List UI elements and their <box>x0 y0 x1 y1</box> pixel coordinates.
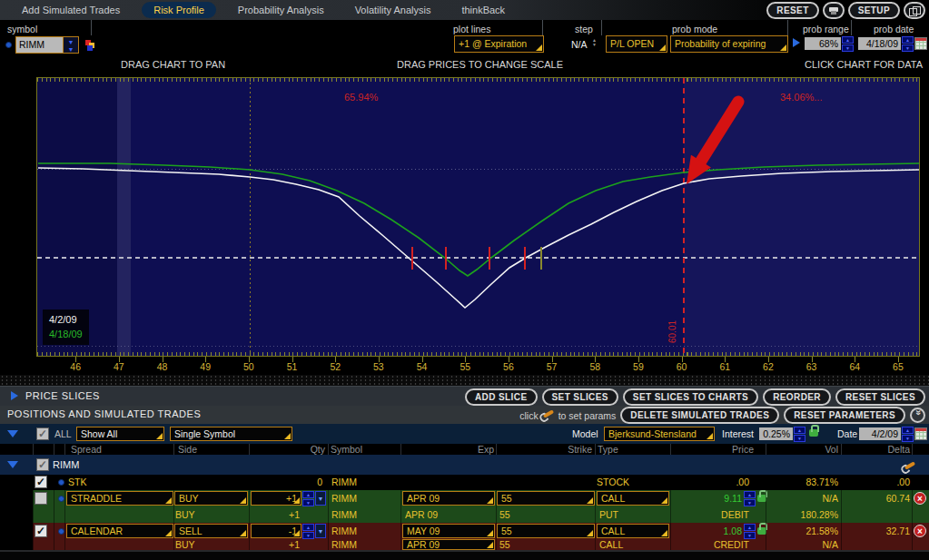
symbol-group-row[interactable]: ✓ RIMM <box>0 455 929 475</box>
cell-strike: 55 <box>499 509 510 520</box>
x-axis-label: 60 <box>668 361 696 372</box>
interest-spinner[interactable]: ▲▼ <box>794 427 805 442</box>
wrench-icon[interactable] <box>904 461 915 469</box>
side-dropdown[interactable]: BUY <box>174 491 248 506</box>
delete-row-icon[interactable]: × <box>914 525 926 537</box>
tab-volatility-analysis[interactable]: Volatility Analysis <box>346 2 440 18</box>
step-spinner-icon[interactable]: ▲▼ <box>592 38 597 47</box>
table-row-calendar-leg[interactable]: BUY +1 RIMM APR 09 55 CALL CREDIT N/A <box>0 539 929 550</box>
side-dropdown[interactable]: SELL <box>174 524 248 538</box>
reorder-button[interactable]: REORDER <box>763 388 831 406</box>
prob-mode-dropdown[interactable]: Probability of expiring <box>670 35 788 53</box>
show-filter-dropdown[interactable]: Show All <box>76 427 164 441</box>
date-input[interactable]: 4/2/09 <box>859 427 901 440</box>
tab-risk-profile[interactable]: Risk Profile <box>142 2 216 18</box>
pl-mode-dropdown[interactable]: P/L OPEN <box>606 35 667 53</box>
print-icon[interactable] <box>823 2 845 19</box>
strike-dropdown[interactable]: 55 <box>497 491 595 506</box>
prob-date-input[interactable]: 4/18/09 <box>858 37 901 50</box>
cell-qty: +1 <box>245 539 300 550</box>
exp-dropdown[interactable]: APR 09 <box>402 491 495 506</box>
panel-divider[interactable] <box>0 375 929 386</box>
prob-left-label: 65.94% <box>344 92 378 103</box>
set-slices-button[interactable]: SET SLICES <box>542 388 618 406</box>
risk-profile-chart[interactable]: 65.94% 34.06%... 60.01 4/2/09 4/18/09 <box>36 77 920 357</box>
tab-probability-analysis[interactable]: Probability Analysis <box>229 2 333 18</box>
row-checkbox[interactable]: ✓ <box>35 492 47 505</box>
price-slices-expand-icon[interactable] <box>11 391 18 400</box>
col-strike: Strike <box>538 444 592 455</box>
symbol-input[interactable]: RIMM ▼▼ <box>15 36 79 54</box>
spread-dropdown[interactable]: STRADDLE <box>66 491 173 506</box>
spread-dropdown[interactable]: CALENDAR <box>66 524 173 538</box>
table-row-calendar[interactable]: ✓ CALENDAR SELL -1 ▲▼ ▼ RIMM MAY 09 55 C… <box>0 523 929 539</box>
lock-icon[interactable] <box>809 429 818 437</box>
tab-thinkback[interactable]: thinkBack <box>452 2 514 18</box>
qty-input[interactable]: +1 <box>251 491 301 506</box>
delete-row-icon[interactable]: × <box>914 492 926 505</box>
set-slices-to-charts-button[interactable]: SET SLICES TO CHARTS <box>623 388 758 406</box>
symbol-dropdown-icon[interactable]: ▼▼ <box>63 37 78 53</box>
type-dropdown[interactable]: CALL <box>597 524 669 538</box>
table-row-stock[interactable]: ✓ STK 0 RIMM STOCK .00 83.71% .00 <box>0 475 929 490</box>
prob-range-spinner[interactable]: ▲▼ <box>842 36 854 52</box>
symbol-value[interactable]: RIMM <box>16 37 63 53</box>
prob-range-input[interactable]: 68% <box>805 37 841 50</box>
group-checkbox[interactable]: ✓ <box>36 458 49 471</box>
link-color-icon[interactable] <box>85 40 97 52</box>
plot-lines-dropdown[interactable]: +1 @ Expiration <box>454 35 544 53</box>
model-dropdown[interactable]: Bjerksund-Stensland <box>604 427 715 441</box>
lock-icon[interactable] <box>757 495 766 502</box>
setup-button[interactable]: SETUP <box>848 2 900 19</box>
x-axis-label: 61 <box>711 361 738 372</box>
cell-symbol: RIMM <box>331 493 357 504</box>
calendar-icon[interactable] <box>914 37 927 50</box>
prob-date-spinner[interactable]: ▲▼ <box>902 36 914 52</box>
qty-dropdown-icon[interactable]: ▼ <box>315 491 326 506</box>
reset-slices-button[interactable]: RESET SLICES <box>835 388 925 406</box>
drag-pan-hint: DRAG CHART TO PAN <box>121 59 225 70</box>
calendar-icon[interactable] <box>914 427 927 440</box>
add-slice-button[interactable]: ADD SLICE <box>465 388 538 406</box>
price-spinner[interactable]: ▲▼ <box>744 524 756 539</box>
collapse-section-icon[interactable] <box>7 430 18 437</box>
qty-dropdown-icon[interactable]: ▼ <box>315 524 326 538</box>
all-checkbox[interactable]: ✓ <box>36 427 49 440</box>
expand-arrow-icon[interactable] <box>793 38 800 47</box>
cell-symbol: RIMM <box>331 539 357 550</box>
delete-simulated-trades-button[interactable]: DELETE SIMULATED TRADES <box>620 407 779 424</box>
scope-filter-dropdown[interactable]: Single Symbol <box>170 427 292 441</box>
strike-dropdown[interactable]: 55 <box>497 524 595 538</box>
cell-vol: N/A <box>784 493 838 504</box>
reset-button[interactable]: RESET <box>766 2 818 19</box>
type-dropdown[interactable]: CALL <box>597 491 669 506</box>
x-axis-label: 57 <box>539 361 566 372</box>
qty-spinner[interactable]: ▲▼ <box>302 491 314 506</box>
row-dot-icon <box>58 496 64 502</box>
interest-input[interactable]: 0.25% <box>759 427 793 440</box>
step-value[interactable]: N/A <box>571 39 588 50</box>
qty-spinner[interactable]: ▲▼ <box>302 524 314 539</box>
col-exp: Exp <box>478 444 494 455</box>
row-checkbox[interactable]: ✓ <box>35 525 47 537</box>
price-spinner[interactable]: ▲▼ <box>744 491 756 506</box>
price-slices-title: PRICE SLICES <box>25 390 100 401</box>
collapse-group-icon[interactable] <box>7 461 18 468</box>
table-row-straddle[interactable]: ✓ STRADDLE BUY +1 ▲▼ ▼ RIMM APR 09 55 CA… <box>0 490 929 506</box>
row-checkbox[interactable]: ✓ <box>35 476 47 488</box>
cell-delta: 60.74 <box>855 493 910 504</box>
table-row-straddle-leg[interactable]: BUY +1 RIMM APR 09 55 PUT DEBIT 180.28% <box>0 506 929 523</box>
prob-mode-label: prob mode <box>672 24 717 34</box>
cell-symbol: RIMM <box>331 526 357 536</box>
detach-window-icon[interactable] <box>904 2 925 19</box>
reset-parameters-button[interactable]: RESET PARAMETERS <box>784 407 905 424</box>
date-spinner[interactable]: ▲▼ <box>902 427 914 442</box>
tab-add-simulated-trades[interactable]: Add Simulated Trades <box>13 2 129 18</box>
cell-price: .00 <box>695 476 749 487</box>
exp-dropdown[interactable]: APR 09 <box>402 539 495 550</box>
prob-range-label: prob range <box>803 24 849 34</box>
lock-icon[interactable] <box>757 527 766 535</box>
collapse-all-icon[interactable]: » <box>910 408 925 423</box>
exp-dropdown[interactable]: MAY 09 <box>402 524 495 538</box>
qty-input[interactable]: -1 <box>251 524 301 538</box>
